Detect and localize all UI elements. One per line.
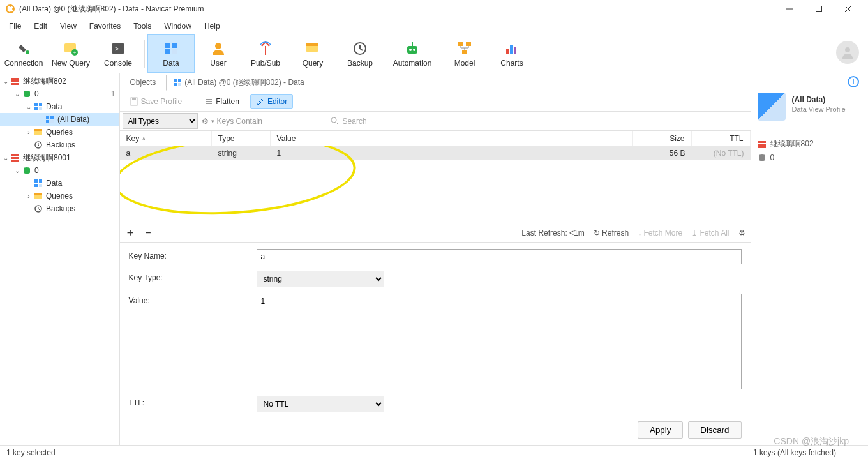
toolbar-data[interactable]: Data <box>147 34 195 73</box>
svg-rect-24 <box>466 42 471 46</box>
tree-item[interactable]: Backups <box>0 139 119 151</box>
backup-icon <box>351 40 369 57</box>
tree-item[interactable]: ›Queries <box>0 190 119 202</box>
toolbar-backup[interactable]: Backup <box>336 34 384 73</box>
tree-item[interactable]: ⌄继续嗨啊802 <box>0 75 119 87</box>
settings-icon[interactable]: ⚙ <box>738 229 745 237</box>
tree-item[interactable]: Backups <box>0 202 119 215</box>
status-left: 1 key selected <box>6 448 56 457</box>
maximize-button[interactable] <box>804 0 834 18</box>
menu-edit[interactable]: Edit <box>29 20 52 32</box>
table-row[interactable]: a string 1 56 B (No TTL) <box>120 146 751 160</box>
refresh-button[interactable]: ↻ Refresh <box>594 229 629 237</box>
avatar[interactable] <box>836 41 859 64</box>
col-ttl[interactable]: TTL <box>692 131 751 146</box>
add-button[interactable]: ＋ <box>125 226 135 239</box>
menu-view[interactable]: View <box>55 20 82 32</box>
tree-item[interactable]: ›Queries <box>0 126 119 139</box>
menu-favorites[interactable]: Favorites <box>84 20 126 32</box>
fetch-more-button: ↓ Fetch More <box>638 229 682 237</box>
editor-button[interactable]: Editor <box>250 94 293 109</box>
svg-rect-2 <box>816 6 822 12</box>
tree-item[interactable]: ⌄0 <box>0 164 119 177</box>
svg-rect-71 <box>758 141 766 143</box>
redis-icon <box>10 153 20 163</box>
close-button[interactable] <box>834 0 863 18</box>
svg-rect-49 <box>11 160 19 162</box>
tab-data[interactable]: (All Data) @0 (继续嗨啊802) - Data <box>166 75 311 91</box>
svg-point-69 <box>331 117 336 123</box>
ttl-select[interactable]: No TTL <box>257 396 384 412</box>
tree-item[interactable]: ⌄Data <box>0 100 119 113</box>
svg-text:>_: >_ <box>115 45 123 52</box>
tree-item[interactable]: ⌄继续嗨啊8001 <box>0 151 119 164</box>
svg-rect-19 <box>407 46 417 54</box>
search-field[interactable]: Search <box>326 112 751 130</box>
data-thumb-icon <box>758 93 786 121</box>
menu-help[interactable]: Help <box>199 20 225 32</box>
toolbar-charts[interactable]: Charts <box>488 34 535 73</box>
svg-rect-72 <box>758 144 766 146</box>
svg-rect-55 <box>34 184 38 187</box>
svg-rect-47 <box>11 154 19 156</box>
keys-contain-field[interactable]: ⚙▾ Keys Contain <box>198 112 326 130</box>
svg-rect-14 <box>172 49 177 54</box>
menu-file[interactable]: File <box>4 20 26 32</box>
flatten-icon <box>204 97 213 106</box>
tree-item[interactable]: (All Data) <box>0 113 119 126</box>
toolbar-connection[interactable]: Connection <box>0 34 47 73</box>
svg-rect-45 <box>34 129 42 131</box>
svg-rect-17 <box>306 43 318 46</box>
toolbar-model[interactable]: Model <box>441 34 488 73</box>
tab-objects[interactable]: Objects <box>124 76 163 89</box>
toolbar-automation[interactable]: Automation <box>384 34 441 73</box>
toolbar-pubsub[interactable]: Pub/Sub <box>242 34 289 73</box>
col-type[interactable]: Type <box>212 131 271 146</box>
discard-button[interactable]: Discard <box>688 421 741 439</box>
svg-rect-54 <box>39 179 42 183</box>
type-filter[interactable]: All Types <box>123 113 198 129</box>
minimize-button[interactable] <box>775 0 804 18</box>
antenna-icon <box>257 40 274 57</box>
keytype-select[interactable]: string <box>257 271 384 287</box>
col-size[interactable]: Size <box>633 131 692 146</box>
svg-rect-53 <box>34 179 38 183</box>
info-icon[interactable]: i <box>848 76 859 87</box>
keyname-label: Key Name: <box>129 249 250 260</box>
svg-line-70 <box>336 122 338 124</box>
col-key[interactable]: Key ∧ <box>120 131 212 146</box>
col-value[interactable]: Value <box>271 131 633 146</box>
svg-rect-40 <box>46 116 49 119</box>
svg-rect-27 <box>510 45 513 54</box>
toolbar-user[interactable]: User <box>195 34 242 73</box>
value-textarea[interactable]: 1 <box>257 294 742 389</box>
editor-icon <box>256 97 265 106</box>
backup-icon <box>33 140 43 150</box>
status-right: 1 keys (All keys fetched) <box>753 448 836 457</box>
toolbar-query[interactable]: Query <box>289 34 336 73</box>
menu-tools[interactable]: Tools <box>128 20 156 32</box>
svg-rect-28 <box>514 47 516 54</box>
tree-item[interactable]: Data <box>0 177 119 190</box>
svg-point-35 <box>24 94 30 97</box>
apply-button[interactable]: Apply <box>638 421 683 439</box>
redis-icon <box>758 140 767 149</box>
save-icon <box>130 97 138 106</box>
remove-button[interactable]: － <box>143 226 153 239</box>
tree-item[interactable]: ⌄01 <box>0 87 119 100</box>
toolbar-newquery[interactable]: + New Query <box>47 34 94 73</box>
menu-window[interactable]: Window <box>159 20 197 32</box>
svg-rect-62 <box>174 83 177 86</box>
sidebar[interactable]: ⌄继续嗨啊802⌄01⌄Data(All Data)›QueriesBackup… <box>0 73 120 445</box>
data-area: a string 1 56 B (No TTL) <box>120 146 751 223</box>
svg-rect-38 <box>34 107 38 110</box>
database-icon <box>758 153 767 162</box>
db-green-icon <box>22 165 32 176</box>
search-icon <box>331 117 339 125</box>
toolbar-console[interactable]: >_ Console <box>94 34 142 73</box>
keyname-input[interactable] <box>257 249 742 264</box>
svg-rect-65 <box>132 98 136 100</box>
flatten-button[interactable]: Flatten <box>198 94 245 109</box>
query-icon <box>33 127 43 137</box>
main-panel: Objects (All Data) @0 (继续嗨啊802) - Data S… <box>120 73 751 445</box>
